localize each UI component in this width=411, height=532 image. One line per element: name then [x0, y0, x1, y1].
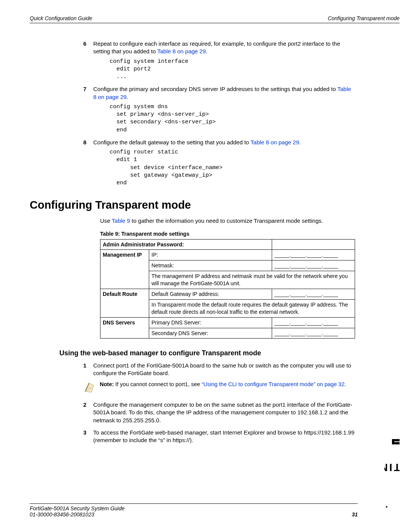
note-text: Note: If you cannot connect to port1, se… [100, 381, 355, 396]
admin-password-value [272, 239, 355, 250]
svg-point-4 [386, 506, 387, 508]
step-number: 7 [30, 85, 93, 101]
code-block: config system interface edit port2 ... [110, 58, 355, 81]
ip-value: _____._____._____._____ [272, 250, 355, 260]
table-row: Management IP IP: _____._____._____.____… [100, 250, 355, 260]
footer-line2: 01-30000-83456-20081023 [30, 511, 94, 518]
ip-label: IP: [149, 250, 272, 260]
gateway-value: _____._____._____._____ [272, 289, 355, 299]
note-icon [84, 381, 100, 396]
section-heading: Configuring Transparent mode [30, 198, 355, 212]
step-text: To access the FortiGate web-based manage… [93, 429, 355, 444]
primary-dns-label: Primary DNS Server: [149, 317, 272, 328]
brand-logo: F RTINET [384, 425, 400, 509]
header-left: Quick Configuration Guide [30, 15, 92, 21]
page-footer: FortiGate-5001A Security System Guide 01… [30, 503, 358, 518]
default-route-label: Default Route [100, 289, 149, 317]
default-route-note: In Transparent mode the default route re… [149, 299, 355, 317]
code-block: config router static edit 1 set device <… [110, 149, 355, 187]
page-header: Quick Configuration Guide Configuring Tr… [30, 15, 400, 23]
step-number: 6 [30, 40, 93, 56]
netmask-label: Netmask: [149, 260, 272, 271]
note: Note: If you cannot connect to port1, se… [84, 381, 355, 396]
xref-link[interactable]: Table 9 [112, 217, 130, 224]
settings-table: Admin Administrator Password: Management… [100, 239, 355, 339]
secondary-dns-value: _____._____._____._____ [272, 328, 355, 339]
management-ip-note: The management IP address and netmask mu… [149, 271, 355, 289]
step-text: Configure the management computer to be … [93, 401, 355, 424]
page: Quick Configuration Guide Configuring Tr… [0, 0, 411, 532]
step-number: 2 [30, 401, 93, 424]
section-intro: Use Table 9 to gather the information yo… [100, 217, 355, 225]
xref-link[interactable]: “Using the CLI to configure Transparent … [202, 381, 345, 387]
step-number: 8 [30, 139, 93, 146]
step-7: 7 Configure the primary and secondary DN… [30, 85, 355, 101]
step-8: 8 Configure the default gateway to the s… [30, 139, 355, 146]
netmask-value: _____._____._____._____ [272, 260, 355, 271]
step-b2: 2 Configure the management computer to b… [30, 401, 355, 424]
table-caption: Table 9: Transparent mode settings [100, 230, 355, 238]
table-row: Admin Administrator Password: [100, 239, 355, 250]
step-6: 6 Repeat to configure each interface as … [30, 40, 355, 56]
step-text: Configure the default gateway to the set… [93, 139, 355, 146]
table-row: DNS Servers Primary DNS Server: _____.__… [100, 317, 355, 328]
page-number: 31 [352, 511, 358, 518]
step-text: Connect port1 of the FortiGate-5001A boa… [93, 362, 355, 377]
header-right: Configuring Transparent mode [328, 15, 400, 21]
primary-dns-value: _____._____._____._____ [272, 317, 355, 328]
admin-password-label: Admin Administrator Password: [100, 239, 272, 250]
dns-servers-label: DNS Servers [100, 317, 149, 339]
page-content: 6 Repeat to configure each interface as … [30, 40, 355, 446]
svg-text:F  RTINET: F RTINET [384, 462, 400, 473]
step-number: 1 [30, 362, 93, 377]
secondary-dns-label: Secondary DNS Server: [149, 328, 272, 339]
step-text: Configure the primary and secondary DNS … [93, 85, 355, 101]
svg-rect-3 [392, 439, 394, 444]
step-b1: 1 Connect port1 of the FortiGate-5001A b… [30, 362, 355, 377]
management-ip-label: Management IP [100, 250, 149, 289]
xref-link[interactable]: Table 8 on page 29 [250, 139, 299, 145]
step-text: Repeat to configure each interface as re… [93, 40, 355, 56]
footer-line1: FortiGate-5001A Security System Guide [30, 505, 358, 511]
code-block: config system dns set primary <dns-serve… [110, 103, 355, 134]
step-b3: 3 To access the FortiGate web-based mana… [30, 429, 355, 444]
step-number: 3 [30, 429, 93, 444]
gateway-label: Default Gateway IP address: [149, 289, 272, 299]
subsection-heading: Using the web-based manager to configure… [59, 348, 355, 358]
table-row: Default Route Default Gateway IP address… [100, 289, 355, 299]
xref-link[interactable]: Table 8 on page 29 [157, 48, 206, 54]
